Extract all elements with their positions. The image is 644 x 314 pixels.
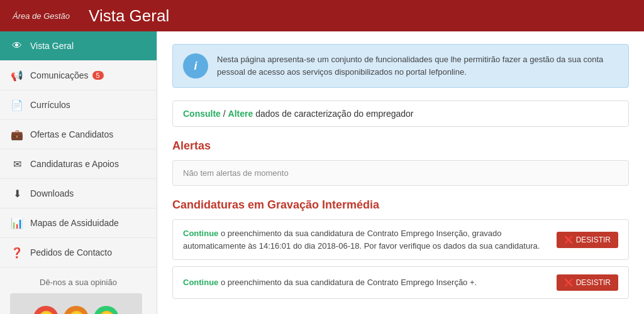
comunicacoes-label: Comunicações <box>30 70 89 80</box>
altere-link[interactable]: Altere <box>228 109 253 119</box>
consulte-link[interactable]: Consulte <box>183 109 221 119</box>
vista-geral-label: Vista Geral <box>30 41 74 51</box>
ofertas-candidatos-icon: 💼 <box>10 127 24 141</box>
link-box: Consulte / Altere dados de caracterizaçã… <box>172 100 629 127</box>
sidebar-item-comunicacoes[interactable]: 📢Comunicações5 <box>0 61 157 90</box>
page-title: Vista Geral <box>89 6 169 26</box>
smiley-green: 😊 <box>94 306 119 314</box>
candidaturas-list: Continue o preenchimento da sua candidat… <box>172 219 629 299</box>
candidatura-text-0: Continue o preenchimento da sua candidat… <box>183 227 549 252</box>
mapas-assiduidade-icon: 📊 <box>10 216 24 230</box>
layout: 👁Vista Geral📢Comunicações5📄Currículos💼Of… <box>0 31 644 314</box>
sidebar-item-downloads[interactable]: ⬇Downloads <box>0 179 157 208</box>
header: Área de Gestão Vista Geral <box>0 0 644 31</box>
desistir-button-1[interactable]: ❌ DESISTIR <box>557 274 618 291</box>
vista-geral-icon: 👁 <box>10 39 24 53</box>
info-text: Nesta página apresenta-se um conjunto de… <box>217 53 618 78</box>
main-content: i Nesta página apresenta-se um conjunto … <box>157 31 644 314</box>
area-label: Área de Gestão <box>13 11 70 21</box>
link-rest: dados de caracterização do empregador <box>255 109 413 119</box>
info-icon: i <box>183 53 208 78</box>
sidebar-item-candidaturas-apoios[interactable]: ✉Candidaturas e Apoios <box>0 149 157 179</box>
info-box: i Nesta página apresenta-se um conjunto … <box>172 44 629 88</box>
pedidos-contacto-label: Pedidos de Contacto <box>30 247 112 257</box>
smiley-orange: 😐 <box>64 306 89 314</box>
alertas-title: Alertas <box>172 139 629 153</box>
pedidos-contacto-icon: ❓ <box>10 246 24 259</box>
candidatura-continue-link-0[interactable]: Continue <box>183 229 218 238</box>
comunicacoes-icon: 📢 <box>10 68 24 82</box>
sidebar-item-curriculos[interactable]: 📄Currículos <box>0 90 157 120</box>
sidebar-opinion-image: 😞 😐 😊 <box>10 293 142 314</box>
sidebar-footer: Dê-nos a sua opinião 😞 😐 😊 <box>0 268 157 314</box>
alertas-empty: Não tem alertas de momento <box>172 160 629 186</box>
candidaturas-apoios-label: Candidaturas e Apoios <box>30 159 119 169</box>
smiley-red: 😞 <box>33 306 58 314</box>
sidebar-item-mapas-assiduidade[interactable]: 📊Mapas de Assiduidade <box>0 208 157 238</box>
sidebar-footer-label: Dê-nos a sua opinião <box>10 278 147 287</box>
table-row: Continue o preenchimento da sua candidat… <box>172 266 629 299</box>
mapas-assiduidade-label: Mapas de Assiduidade <box>30 218 119 228</box>
curriculos-icon: 📄 <box>10 98 24 112</box>
table-row: Continue o preenchimento da sua candidat… <box>172 219 629 260</box>
sidebar: 👁Vista Geral📢Comunicações5📄Currículos💼Of… <box>0 31 157 314</box>
curriculos-label: Currículos <box>30 100 70 110</box>
link-separator: / <box>223 109 228 119</box>
sidebar-item-ofertas-candidatos[interactable]: 💼Ofertas e Candidatos <box>0 120 157 149</box>
sidebar-item-pedidos-contacto[interactable]: ❓Pedidos de Contacto <box>0 238 157 268</box>
ofertas-candidatos-label: Ofertas e Candidatos <box>30 129 113 139</box>
candidaturas-apoios-icon: ✉ <box>10 157 24 171</box>
smiley-row: 😞 😐 😊 <box>33 306 119 314</box>
candidatura-text-1: Continue o preenchimento da sua candidat… <box>183 276 549 289</box>
downloads-icon: ⬇ <box>10 187 24 200</box>
comunicacoes-badge: 5 <box>92 71 104 80</box>
sidebar-item-vista-geral[interactable]: 👁Vista Geral <box>0 31 157 61</box>
desistir-button-0[interactable]: ❌ DESISTIR <box>557 232 618 248</box>
candidaturas-title: Candidaturas em Gravação Intermédia <box>172 198 629 212</box>
candidatura-continue-link-1[interactable]: Continue <box>183 278 218 287</box>
downloads-label: Downloads <box>30 188 74 198</box>
